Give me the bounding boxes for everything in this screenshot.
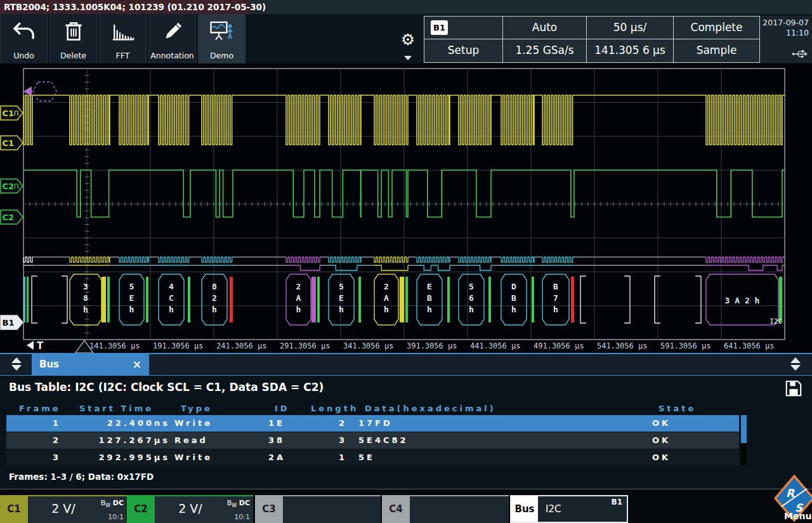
svg-text:R: R — [786, 487, 795, 500]
annotation-label: Annotation — [149, 51, 195, 60]
ack-bar — [107, 277, 110, 322]
menu-button[interactable]: Menu — [784, 511, 811, 521]
fft-button[interactable]: FFT — [99, 14, 147, 63]
tab-bus-label: Bus — [39, 354, 59, 375]
ack-bar — [23, 277, 25, 322]
spectrum-icon — [110, 19, 136, 44]
svg-text:5: 5 — [129, 282, 134, 291]
svg-text:B: B — [553, 282, 558, 291]
gear-icon: ⚙ — [397, 29, 419, 51]
table-scrollbar[interactable] — [741, 415, 747, 465]
close-icon[interactable]: × — [133, 354, 141, 375]
scrollbar-thumb[interactable] — [741, 415, 747, 443]
channel-c2-settings[interactable]: 2 V/ BW DC 10:1 — [155, 495, 253, 523]
svg-text:h: h — [169, 305, 174, 314]
table-cell: 292.995µs — [70, 449, 170, 466]
table-cell: OK — [652, 432, 722, 449]
delete-button[interactable]: Delete — [49, 14, 97, 63]
column-header: Frame — [19, 404, 61, 413]
svg-text:7: 7 — [553, 293, 558, 303]
channel-bar: C1 2 V/ BW DC 10:1 C2 2 V/ BW DC 10:1 C3… — [0, 489, 812, 523]
timebase-value: 50 µs/ — [613, 21, 646, 34]
svg-text:8: 8 — [83, 293, 88, 303]
table-row[interactable]: 122.400nsWrite1E217FDOK — [6, 415, 739, 432]
trigger-indicator-label: T — [37, 340, 44, 352]
bus-table-panel: Bus Table: I2C (I2C: Clock SCL = C1, Dat… — [0, 376, 812, 489]
ack-bar — [27, 277, 29, 322]
result-tab-bar: Bus × — [0, 353, 812, 376]
svg-text:5: 5 — [469, 282, 474, 291]
datetime-cell[interactable]: 2017-09-07 11:10 — [760, 16, 812, 63]
channel-c4-badge[interactable]: C4 — [382, 495, 410, 523]
svg-text:3: 3 — [83, 282, 88, 291]
sample-rate-cell[interactable]: 1.25 GSa/s — [502, 39, 587, 63]
c2-scale: 2 V/ — [159, 501, 222, 515]
demo-button[interactable]: Demo — [198, 14, 246, 63]
table-cell: 5E — [358, 449, 574, 466]
channel-c3-settings[interactable] — [283, 495, 381, 523]
table-cell: 5E4C82 — [358, 432, 574, 449]
svg-text:E: E — [129, 293, 134, 303]
svg-text:B1: B1 — [3, 318, 15, 328]
settings-button[interactable]: ⚙ — [397, 29, 419, 65]
time-label: 541.3056 µs — [597, 341, 647, 350]
acquisition-mode-value: Sample — [697, 44, 737, 56]
column-header: ID — [275, 404, 290, 413]
svg-text:C1: C1 — [3, 109, 15, 118]
svg-text:2: 2 — [296, 282, 301, 291]
time-label: 291.3056 µs — [280, 341, 330, 350]
table-cell: Read — [174, 432, 263, 449]
trigger-mode-cell[interactable]: Auto — [502, 16, 587, 39]
i2c-tag: I2C — [769, 317, 782, 326]
save-icon[interactable] — [784, 379, 803, 398]
ack-bar — [317, 277, 320, 322]
annotation-button[interactable]: Annotation — [148, 14, 196, 63]
table-row[interactable]: 2127.267µsRead3835E4C82OK — [6, 432, 739, 449]
acquisition-mode-cell[interactable]: Sample — [673, 39, 760, 63]
svg-text:C: C — [169, 293, 174, 303]
acquisition-state-cell[interactable]: Complete — [673, 16, 760, 39]
svg-text:C2: C2 — [3, 213, 15, 222]
table-row[interactable]: 3292.995µsWrite2A15EOK — [6, 449, 739, 466]
svg-text:E: E — [339, 293, 344, 303]
time-label: 491.3056 µs — [534, 341, 584, 350]
channel-c2-badge[interactable]: C2 — [127, 495, 155, 523]
table-cell: 1 — [292, 449, 347, 466]
time-label: 191.3056 µs — [153, 341, 203, 350]
c2-probe-ratio: 10:1 — [234, 513, 250, 521]
bus-settings[interactable]: Bus I2C B1 — [510, 495, 628, 523]
channel-c1-settings[interactable]: 2 V/ BW DC 10:1 — [28, 495, 127, 523]
ack-bar — [102, 277, 106, 322]
undo-label: Undo — [1, 51, 47, 60]
c1-coupling: BW DC — [101, 499, 124, 508]
setup-cell[interactable]: Setup — [424, 39, 503, 63]
undo-button[interactable]: Undo — [0, 14, 48, 63]
tab-resize-control-left[interactable] — [1, 354, 32, 375]
header-toolbar: Undo Delete FFT — [0, 14, 812, 64]
tab-bus[interactable]: Bus × — [32, 354, 149, 375]
bus-status-cell[interactable]: B1 — [424, 16, 503, 39]
channel-c3-badge[interactable]: C3 — [255, 495, 283, 523]
svg-text:h: h — [339, 305, 344, 314]
horizontal-position-cell[interactable]: 141.305 6 µs — [586, 39, 674, 63]
svg-text:6: 6 — [469, 293, 474, 303]
trigger-mode-value: Auto — [532, 21, 557, 34]
tab-resize-control-right[interactable] — [780, 354, 811, 375]
table-cell: 3 — [292, 432, 347, 449]
timebase-cell[interactable]: 50 µs/ — [586, 16, 674, 39]
arrow-up-icon — [11, 357, 22, 363]
delete-label: Delete — [50, 51, 96, 60]
ack-bar — [779, 277, 782, 322]
column-header: Start Time — [79, 404, 154, 413]
horizontal-position-value: 141.305 6 µs — [594, 44, 665, 56]
ack-bar — [532, 277, 534, 322]
channel-c4-settings[interactable] — [410, 495, 509, 523]
bus-table-header-row: FrameStart TimeTypeIDLengthData(hexadeci… — [0, 404, 812, 416]
ack-bar — [146, 277, 148, 322]
scope-graticule: 38h5Eh4Ch82h2Ah5Eh2AhEBh56hDBhB7h3 A 2 h… — [0, 63, 812, 353]
arrow-down-icon — [790, 365, 801, 371]
svg-text:3 A 2 h: 3 A 2 h — [725, 296, 760, 305]
waveform-display[interactable]: 38h5Eh4Ch82h2Ah5Eh2AhEBh56hDBhB7h3 A 2 h… — [0, 63, 812, 353]
table-cell: 127.267µs — [70, 432, 170, 449]
channel-c1-badge[interactable]: C1 — [0, 495, 28, 523]
